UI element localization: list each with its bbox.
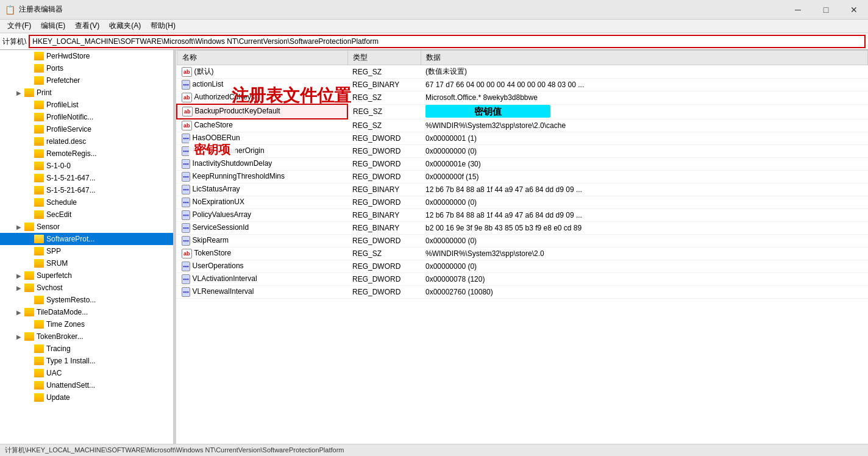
table-row[interactable]: abCacheStoreREG_SZ%WINDIR%\System32\spp\… bbox=[177, 119, 868, 132]
folder-icon bbox=[34, 125, 44, 134]
entry-type: REG_SZ bbox=[347, 91, 421, 105]
tree-expand-icon[interactable]: ▶ bbox=[15, 308, 23, 316]
tree-expand-icon[interactable] bbox=[24, 247, 33, 255]
tree-item-label: SPP bbox=[46, 247, 61, 255]
tree-item[interactable]: ProfileNotific... bbox=[0, 111, 173, 123]
tree-item[interactable]: SoftwareProt... bbox=[0, 233, 173, 245]
tree-item[interactable]: Update bbox=[0, 391, 173, 404]
tree-expand-icon[interactable] bbox=[24, 174, 33, 182]
tree-expand-icon[interactable] bbox=[24, 344, 33, 353]
maximize-button[interactable]: □ bbox=[812, 0, 840, 20]
tree-expand-icon[interactable] bbox=[24, 198, 33, 207]
table-row[interactable]: ▪▪▪NoExpirationUXREG_DWORD0x00000000 (0) bbox=[177, 196, 868, 209]
tree-item-label: Superfetch bbox=[37, 271, 72, 280]
tree-item[interactable]: ProfileList bbox=[0, 99, 173, 111]
table-row[interactable]: ▪▪▪KeepRunningThresholdMinsREG_DWORD0x00… bbox=[177, 171, 868, 183]
table-row[interactable]: ▪▪▪PolicyValuesArrayREG_BINARY12 b6 7b 8… bbox=[177, 209, 868, 222]
tree-expand-icon[interactable] bbox=[24, 101, 33, 109]
tree-expand-icon[interactable]: ▶ bbox=[15, 223, 23, 231]
tree-item[interactable]: Ports bbox=[0, 62, 173, 74]
tree-item[interactable]: Type 1 Install... bbox=[0, 355, 173, 367]
tree-expand-icon[interactable] bbox=[24, 320, 33, 329]
close-button[interactable]: ✕ bbox=[840, 0, 868, 20]
tree-item[interactable]: ▶TokenBroker... bbox=[0, 330, 173, 343]
entry-name-text: UserOperations bbox=[193, 262, 244, 270]
tree-expand-icon[interactable] bbox=[24, 186, 33, 194]
menu-help[interactable]: 帮助(H) bbox=[146, 20, 180, 32]
tree-expand-icon[interactable]: ▶ bbox=[15, 88, 23, 97]
tree-expand-icon[interactable] bbox=[24, 125, 33, 134]
reg-binary-icon: ▪▪▪ bbox=[182, 198, 190, 207]
tree-expand-icon[interactable] bbox=[24, 393, 33, 402]
tree-panel[interactable]: PerHwdStorePortsPrefetcher▶PrintProfileL… bbox=[0, 50, 174, 444]
table-row[interactable]: ▪▪▪IgnoreContainerOriginREG_DWORD0x00000… bbox=[177, 145, 868, 158]
tree-item[interactable]: S-1-0-0 bbox=[0, 160, 173, 172]
minimize-button[interactable]: ─ bbox=[784, 0, 812, 20]
table-row[interactable]: abBackupProductKeyDefaultREG_SZ密钥值 bbox=[177, 104, 868, 119]
tree-item[interactable]: ▶Sensor bbox=[0, 221, 173, 233]
tree-item[interactable]: S-1-5-21-647... bbox=[0, 172, 173, 184]
tree-expand-icon[interactable] bbox=[24, 369, 33, 377]
values-panel[interactable]: 名称 类型 数据 ab(默认)REG_SZ(数值未设置)▪▪▪actionLis… bbox=[176, 50, 868, 444]
tree-expand-icon[interactable] bbox=[24, 357, 33, 365]
table-row[interactable]: abAuthorizedCdKeysREG_SZMicrosoft.Office… bbox=[177, 91, 868, 105]
tree-expand-icon[interactable] bbox=[24, 381, 33, 390]
tree-expand-icon[interactable] bbox=[24, 149, 33, 158]
entry-data: 0x00000000 (0) bbox=[421, 260, 868, 273]
tree-item[interactable]: Time Zones bbox=[0, 318, 173, 330]
tree-item[interactable]: SystemResto... bbox=[0, 294, 173, 306]
tree-item[interactable]: SRUM bbox=[0, 257, 173, 269]
table-row[interactable]: ▪▪▪HasOOBERunREG_DWORD0x00000001 (1) bbox=[177, 132, 868, 145]
tree-item[interactable]: SPP bbox=[0, 245, 173, 257]
tree-item[interactable]: ProfileService bbox=[0, 123, 173, 135]
tree-item[interactable]: UAC bbox=[0, 367, 173, 379]
tree-item[interactable]: UnattendSett... bbox=[0, 379, 173, 391]
tree-expand-icon[interactable] bbox=[24, 259, 33, 268]
menu-view[interactable]: 查看(V) bbox=[70, 20, 104, 32]
tree-expand-icon[interactable] bbox=[24, 76, 33, 85]
tree-expand-icon[interactable] bbox=[24, 210, 33, 219]
tree-item[interactable]: ▶Print bbox=[0, 87, 173, 99]
tree-expand-icon[interactable]: ▶ bbox=[15, 271, 23, 280]
tree-expand-icon[interactable] bbox=[24, 113, 33, 121]
table-row[interactable]: ▪▪▪SkipRearmREG_DWORD0x00000000 (0) bbox=[177, 235, 868, 248]
table-row[interactable]: ▪▪▪actionListREG_BINARY67 17 d7 66 04 00… bbox=[177, 79, 868, 91]
table-row[interactable]: ▪▪▪InactivityShutdownDelayREG_DWORD0x000… bbox=[177, 158, 868, 171]
tree-expand-icon[interactable]: ▶ bbox=[15, 283, 23, 292]
table-row[interactable]: ▪▪▪ServiceSessionIdREG_BINARYb2 00 16 9e… bbox=[177, 222, 868, 235]
address-input[interactable] bbox=[29, 35, 866, 48]
tree-item[interactable]: SecEdit bbox=[0, 208, 173, 221]
tree-expand-icon[interactable] bbox=[24, 52, 33, 60]
tree-expand-icon[interactable] bbox=[24, 64, 33, 73]
tree-item[interactable]: Tracing bbox=[0, 343, 173, 355]
tree-item[interactable]: S-1-5-21-647... bbox=[0, 184, 173, 196]
tree-item[interactable]: PerHwdStore bbox=[0, 50, 173, 62]
entry-name: abBackupProductKeyDefault bbox=[177, 104, 347, 119]
reg-string-icon: ab bbox=[182, 121, 192, 130]
table-row[interactable]: ▪▪▪VLActivationIntervalREG_DWORD0x000000… bbox=[177, 273, 868, 286]
menu-edit[interactable]: 编辑(E) bbox=[36, 20, 70, 32]
tree-expand-icon[interactable] bbox=[24, 162, 33, 170]
tree-expand-icon[interactable]: ▶ bbox=[15, 332, 23, 341]
tree-item[interactable]: Prefetcher bbox=[0, 74, 173, 87]
table-row[interactable]: ▪▪▪UserOperationsREG_DWORD0x00000000 (0) bbox=[177, 260, 868, 273]
tree-expand-icon[interactable] bbox=[24, 137, 33, 146]
table-row[interactable]: ▪▪▪VLRenewalIntervalREG_DWORD0x00002760 … bbox=[177, 286, 868, 299]
entry-name: ▪▪▪SkipRearm bbox=[177, 235, 347, 248]
menu-file[interactable]: 文件(F) bbox=[2, 20, 36, 32]
tree-expand-icon[interactable] bbox=[24, 235, 33, 243]
tree-item[interactable]: ▶Superfetch bbox=[0, 269, 173, 282]
tree-item[interactable]: Schedule bbox=[0, 196, 173, 208]
entry-type: REG_BINARY bbox=[347, 209, 421, 222]
menu-favorites[interactable]: 收藏夹(A) bbox=[104, 20, 146, 32]
table-row[interactable]: ab(默认)REG_SZ(数值未设置) bbox=[177, 65, 868, 79]
tree-item[interactable]: related.desc bbox=[0, 135, 173, 148]
tree-expand-icon[interactable] bbox=[24, 296, 33, 304]
table-row[interactable]: ▪▪▪LicStatusArrayREG_BINARY12 b6 7b 84 8… bbox=[177, 183, 868, 196]
folder-icon bbox=[24, 283, 34, 292]
entry-data: 0x0000000f (15) bbox=[421, 171, 868, 183]
table-row[interactable]: abTokenStoreREG_SZ%WINDIR%\System32\spp\… bbox=[177, 248, 868, 260]
tree-item[interactable]: RemoteRegis... bbox=[0, 148, 173, 160]
tree-item[interactable]: ▶TileDataMode... bbox=[0, 306, 173, 318]
tree-item[interactable]: ▶Svchost bbox=[0, 282, 173, 294]
